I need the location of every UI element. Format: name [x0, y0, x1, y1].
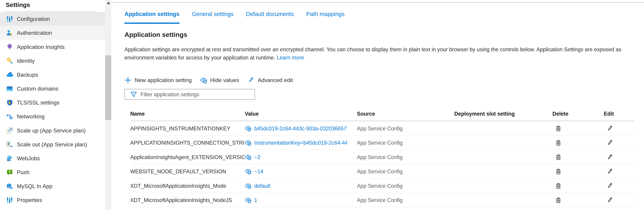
delete-cell: [552, 182, 604, 189]
setting-name: XDT_MicrosoftApplicationInsights_NodeJS: [130, 197, 245, 203]
eye-hidden-icon: [200, 77, 207, 84]
sidebar-item-label: Identity: [17, 58, 35, 64]
setting-name: APPINSIGHTS_INSTRUMENTATIONKEY: [130, 125, 245, 131]
edit-button[interactable]: [606, 182, 613, 189]
table-row: XDT_MicrosoftApplicationInsights_NodeJS1…: [130, 193, 634, 208]
setting-value-cell: default: [245, 182, 357, 189]
sidebar-item-webjobs[interactable]: WebJobs: [0, 151, 105, 165]
edit-button[interactable]: [606, 197, 613, 204]
setting-source: App Service Config: [357, 168, 454, 174]
delete-button[interactable]: [555, 153, 562, 160]
eye-hidden-icon[interactable]: [245, 139, 251, 146]
sidebar-item-label: Authentication: [17, 30, 52, 36]
filter-icon: [130, 91, 137, 98]
column-header-edit: Edit: [604, 110, 634, 116]
delete-button[interactable]: [555, 139, 562, 146]
sidebar-item-custom-domains[interactable]: Custom domains: [0, 82, 105, 96]
toolbar-button-label: Hide values: [210, 77, 239, 83]
sidebar-item-application-insights[interactable]: Application Insights: [0, 40, 105, 54]
trash-icon: [555, 125, 562, 132]
pencil-icon: [606, 153, 613, 160]
tab-application-settings[interactable]: Application settings: [124, 10, 179, 24]
sidebar-item-backups[interactable]: Backups: [0, 68, 105, 82]
scrollbar-thumb[interactable]: [105, 55, 111, 120]
toolbar-button-new-application-setting[interactable]: New application setting: [124, 76, 192, 85]
tab-general-settings[interactable]: General settings: [192, 10, 234, 24]
sidebar-item-mysql-in-app[interactable]: MySQL In App: [0, 179, 105, 193]
sidebar: Settings ConfigurationAuthenticationAppl…: [0, 0, 105, 210]
sidebar-item-push[interactable]: Push: [0, 165, 105, 179]
sidebar-item-label: Configuration: [17, 16, 50, 22]
eye-hidden-icon[interactable]: [245, 154, 251, 160]
sidebar-title: Settings: [6, 1, 30, 8]
pencil-icon: [247, 77, 254, 84]
eye-hidden-icon[interactable]: [245, 182, 251, 189]
edit-cell: [604, 168, 634, 175]
delete-button[interactable]: [555, 125, 562, 132]
filter-placeholder: Filter application settings: [140, 91, 199, 97]
eye-hidden-icon[interactable]: [245, 125, 251, 132]
delete-cell: [552, 139, 604, 146]
page-title: Application settings: [124, 31, 187, 38]
pencil-icon: [606, 139, 613, 146]
sidebar-item-label: Backups: [17, 71, 38, 78]
sidebar-item-label: MySQL In App: [17, 183, 52, 189]
eye-hidden-icon[interactable]: [245, 168, 251, 175]
sidebar-item-networking[interactable]: Networking: [0, 109, 105, 123]
delete-cell: [552, 153, 604, 160]
toolbar-button-label: New application setting: [135, 77, 192, 83]
edit-button[interactable]: [606, 153, 613, 160]
column-header-name: Name: [130, 110, 245, 116]
setting-name: XDT_MicrosoftApplicationInsights_Mode: [130, 183, 245, 189]
setting-value-link[interactable]: 1: [254, 197, 257, 203]
toolbar: New application settingHide valuesAdvanc…: [124, 76, 293, 85]
edit-button[interactable]: [606, 168, 613, 175]
setting-value-link[interactable]: default: [254, 183, 270, 189]
setting-name: APPLICATIONINSIGHTS_CONNECTION_STRING: [130, 140, 245, 146]
filter-input[interactable]: Filter application settings: [124, 89, 255, 100]
app-window: Settings ConfigurationAuthenticationAppl…: [0, 0, 644, 210]
table-row: XDT_MicrosoftApplicationInsights_Modedef…: [130, 179, 634, 193]
cloud-backup-icon: [6, 71, 13, 78]
delete-button[interactable]: [555, 182, 562, 189]
setting-value-link[interactable]: ~2: [254, 154, 260, 160]
toolbar-button-advanced-edit[interactable]: Advanced edit: [247, 76, 293, 85]
www-domain-icon: [6, 85, 13, 92]
tab-default-documents[interactable]: Default documents: [246, 10, 294, 24]
setting-source: App Service Config: [357, 183, 454, 189]
setting-source: App Service Config: [357, 140, 454, 146]
toolbar-button-hide-values[interactable]: Hide values: [200, 76, 239, 85]
toolbar-button-label: Advanced edit: [258, 77, 293, 83]
eye-hidden-icon[interactable]: [245, 197, 251, 204]
column-header-source: Source: [357, 110, 454, 116]
delete-cell: [552, 125, 604, 132]
delete-cell: [552, 197, 604, 204]
sidebar-item-label: Networking: [17, 113, 44, 119]
learn-more-link[interactable]: Learn more: [276, 55, 304, 61]
delete-cell: [552, 168, 604, 175]
setting-value-link[interactable]: b45dc019-2c64-443c-903a-032036657f9: [254, 125, 347, 131]
description: Application settings are encrypted at re…: [124, 46, 628, 62]
delete-button[interactable]: [555, 168, 562, 175]
tab-bar: Application settingsGeneral settingsDefa…: [124, 10, 344, 24]
sidebar-item-authentication[interactable]: Authentication: [0, 26, 105, 40]
tab-path-mappings[interactable]: Path mappings: [306, 10, 344, 24]
edit-button[interactable]: [606, 125, 613, 132]
edit-cell: [604, 139, 634, 146]
sidebar-item-tls-ssl-settings[interactable]: TLS/SSL settings: [0, 96, 105, 109]
delete-button[interactable]: [555, 197, 562, 204]
sidebar-item-properties[interactable]: Properties: [0, 193, 105, 207]
sidebar-scrollbar[interactable]: [105, 0, 111, 210]
content-top-border: [112, 2, 644, 3]
edit-button[interactable]: [606, 139, 613, 146]
push-icon: [6, 169, 13, 176]
sidebar-item-label: Custom domains: [17, 86, 58, 92]
sidebar-item-scale-up-app-service-plan[interactable]: Scale up (App Service plan): [0, 123, 105, 137]
sidebar-item-configuration[interactable]: Configuration: [0, 12, 105, 26]
sidebar-item-label: TLS/SSL settings: [17, 100, 60, 105]
sidebar-item-identity[interactable]: Identity: [0, 54, 105, 68]
sidebar-item-scale-out-app-service-plan[interactable]: Scale out (App Service plan): [0, 137, 105, 151]
scroll-up-icon[interactable]: [106, 1, 110, 4]
setting-value-link[interactable]: ~14: [254, 168, 263, 174]
setting-value-link[interactable]: InstrumentationKey=b45dc019-2c64-443: [254, 140, 347, 146]
